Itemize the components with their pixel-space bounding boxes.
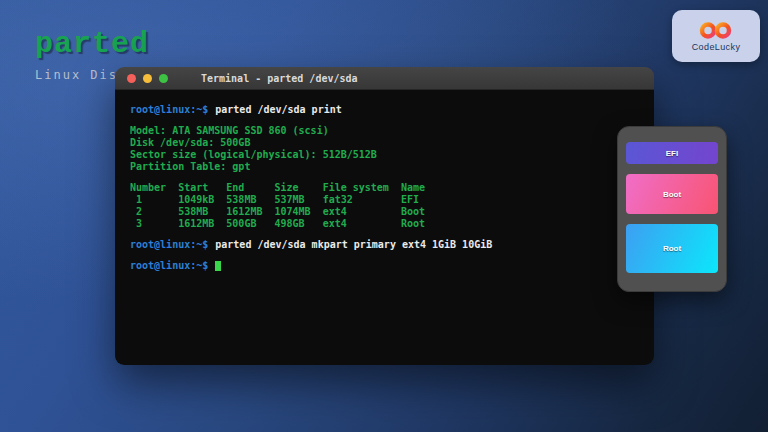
partition-table-row: 3 1612MB 500GB 498GB ext4 Root bbox=[130, 218, 644, 230]
terminal-prompt-line: root@linux:~$ bbox=[130, 260, 644, 272]
partition-table-header: Number Start End Size File system Name bbox=[130, 182, 644, 194]
minimize-button[interactable] bbox=[143, 74, 152, 83]
output-disk: Disk /dev/sda: 500GB bbox=[130, 137, 644, 149]
shell-command: parted /dev/sda print bbox=[208, 104, 341, 115]
close-button[interactable] bbox=[127, 74, 136, 83]
shell-prompt: root@linux:~$ bbox=[130, 239, 208, 250]
terminal-command-line: root@linux:~$parted /dev/sda print bbox=[130, 104, 644, 116]
output-sector-size: Sector size (logical/physical): 512B/512… bbox=[130, 149, 644, 161]
partition-table-row: 2 538MB 1612MB 1074MB ext4 Boot bbox=[130, 206, 644, 218]
terminal-command-line: root@linux:~$parted /dev/sda mkpart prim… bbox=[130, 239, 644, 251]
shell-prompt: root@linux:~$ bbox=[130, 260, 208, 271]
terminal-window: Terminal - parted /dev/sda root@linux:~$… bbox=[115, 67, 654, 365]
disk-graphic: EFI Boot Root bbox=[617, 126, 727, 292]
terminal-output[interactable]: root@linux:~$parted /dev/sda print Model… bbox=[115, 90, 654, 365]
infinity-icon bbox=[697, 21, 735, 40]
partition-block-boot: Boot bbox=[626, 174, 718, 214]
terminal-title: Terminal - parted /dev/sda bbox=[201, 73, 358, 84]
partition-table-row: 1 1049kB 538MB 537MB fat32 EFI bbox=[130, 194, 644, 206]
brand-card: CodeLucky bbox=[672, 10, 760, 62]
brand-name: CodeLucky bbox=[692, 42, 741, 52]
output-model: Model: ATA SAMSUNG SSD 860 (scsi) bbox=[130, 125, 644, 137]
output-partition-table: Partition Table: gpt bbox=[130, 161, 644, 173]
terminal-titlebar: Terminal - parted /dev/sda bbox=[115, 67, 654, 90]
partition-block-root: Root bbox=[626, 224, 718, 273]
shell-prompt: root@linux:~$ bbox=[130, 104, 208, 115]
maximize-button[interactable] bbox=[159, 74, 168, 83]
terminal-cursor bbox=[215, 261, 221, 271]
partition-block-efi: EFI bbox=[626, 142, 718, 164]
page: parted Linux Disk P CodeLucky Terminal -… bbox=[0, 0, 768, 432]
shell-command: parted /dev/sda mkpart primary ext4 1GiB… bbox=[208, 239, 492, 250]
page-title: parted bbox=[35, 28, 149, 60]
